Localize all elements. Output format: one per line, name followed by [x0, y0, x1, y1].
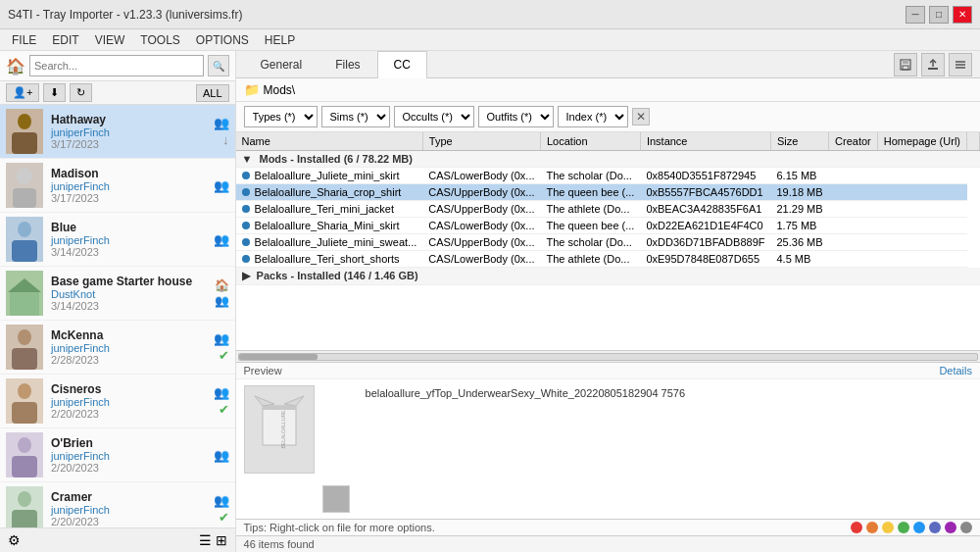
- menu-bar: FILE EDIT VIEW TOOLS OPTIONS HELP: [0, 29, 980, 51]
- color-dot-yellow[interactable]: [882, 522, 894, 533]
- menu-action-button[interactable]: [949, 53, 972, 76]
- menu-help[interactable]: HELP: [257, 31, 303, 49]
- file-instance-cell: 0xBEAC3A428835F6A1: [640, 201, 770, 218]
- file-instance-cell: 0xE95D7848E087D655: [640, 251, 770, 268]
- close-button[interactable]: ✕: [953, 6, 972, 24]
- save-action-button[interactable]: [894, 53, 917, 76]
- avatar: [6, 378, 43, 424]
- color-dot-orange[interactable]: [866, 522, 878, 533]
- menu-file[interactable]: FILE: [4, 31, 44, 49]
- preview-header: Preview Details: [236, 363, 980, 379]
- horizontal-scrollbar[interactable]: [236, 350, 980, 362]
- svg-point-13: [18, 329, 31, 345]
- table-row[interactable]: Belaloallure_Sharia_crop_shirt CAS/Upper…: [236, 184, 980, 201]
- sim-name: Cramer: [51, 490, 214, 504]
- sim-item[interactable]: Base game Starter house DustKnot 3/14/20…: [0, 267, 235, 321]
- status-dot: [242, 222, 250, 229]
- main-layout: 🏠 🔍 👤+ ⬇ ↻ ALL: [0, 51, 980, 552]
- item-count: 46 items found: [244, 538, 315, 550]
- menu-edit[interactable]: EDIT: [44, 31, 86, 49]
- section-expand-icon[interactable]: ▶: [242, 270, 250, 281]
- sim-name: McKenna: [51, 328, 214, 342]
- tab-files[interactable]: Files: [318, 51, 376, 77]
- file-type-cell: CAS/UpperBody (0x...: [422, 201, 540, 218]
- sim-item[interactable]: Cisneros juniperFinch 2/20/2023 👥 ✔: [0, 375, 235, 428]
- sim-user: juniperFinch: [51, 126, 214, 138]
- col-homepage[interactable]: Homepage (Url): [877, 132, 966, 151]
- sim-item[interactable]: O'Brien juniperFinch 2/20/2023 👥: [0, 428, 235, 482]
- gear-icon[interactable]: ⚙: [8, 532, 21, 548]
- col-type[interactable]: Type: [422, 132, 540, 151]
- tab-cc[interactable]: CC: [377, 51, 427, 78]
- color-dot-purple[interactable]: [945, 522, 956, 533]
- col-location[interactable]: Location: [541, 132, 641, 151]
- avatar: [6, 486, 43, 527]
- minimize-button[interactable]: ─: [906, 6, 925, 24]
- all-button[interactable]: ALL: [196, 84, 229, 102]
- upload-action-button[interactable]: [921, 53, 945, 76]
- preview-details-link[interactable]: Details: [939, 365, 972, 376]
- svg-point-16: [18, 383, 31, 399]
- sim-badges: 👥 ✔: [214, 331, 229, 363]
- index-dropdown[interactable]: Index (*): [558, 106, 628, 127]
- search-input[interactable]: [29, 55, 204, 76]
- sim-badges: 👥: [214, 178, 229, 193]
- close-filters-button[interactable]: ✕: [632, 108, 650, 125]
- status-dot: [242, 205, 250, 213]
- table-row[interactable]: Belaloallure_Sharia_Mini_skirt CAS/Lower…: [236, 218, 980, 234]
- col-creator[interactable]: Creator: [829, 132, 878, 151]
- table-row[interactable]: Belaloallure_Juliete_mini_skirt CAS/Lowe…: [236, 168, 980, 184]
- color-dot-red[interactable]: [851, 522, 862, 533]
- grid-view-icon[interactable]: ⊞: [216, 532, 227, 548]
- occults-dropdown[interactable]: Occults (*): [394, 106, 474, 127]
- sim-item[interactable]: Hathaway juniperFinch 3/17/2023 👥 ↓: [0, 105, 235, 159]
- table-row[interactable]: Belaloallure_Teri_short_shorts CAS/Lower…: [236, 251, 980, 268]
- color-dot-gray[interactable]: [960, 522, 972, 533]
- table-row[interactable]: Belaloallure_Teri_mini_jacket CAS/UpperB…: [236, 201, 980, 218]
- list-view-icon[interactable]: ☰: [199, 532, 212, 548]
- refresh-button[interactable]: ↻: [70, 83, 92, 102]
- col-instance[interactable]: Instance: [640, 132, 770, 151]
- sims-dropdown[interactable]: Sims (*): [321, 106, 390, 127]
- menu-view[interactable]: VIEW: [87, 31, 133, 49]
- avatar: [6, 217, 43, 262]
- svg-point-7: [18, 222, 31, 237]
- filter-bar: 📁 Mods\: [236, 78, 980, 102]
- color-dot-blue[interactable]: [913, 522, 925, 533]
- section-expand-icon[interactable]: ▼: [242, 153, 253, 165]
- avatar: [6, 271, 43, 316]
- import-button[interactable]: ⬇: [43, 83, 66, 102]
- scrollbar-thumb[interactable]: [239, 354, 318, 360]
- sim-info: Madison juniperFinch 3/17/2023: [51, 167, 214, 204]
- sim-item[interactable]: Cramer juniperFinch 2/20/2023 👥 ✔: [0, 482, 235, 527]
- menu-options[interactable]: OPTIONS: [188, 31, 257, 49]
- sim-item[interactable]: McKenna juniperFinch 2/28/2023 👥 ✔: [0, 321, 235, 375]
- file-table: Name Type Location Instance Size Creator…: [236, 132, 980, 285]
- types-dropdown[interactable]: Types (*): [244, 106, 318, 127]
- maximize-button[interactable]: □: [929, 6, 949, 24]
- file-scroll-area[interactable]: Name Type Location Instance Size Creator…: [236, 132, 980, 350]
- search-button[interactable]: 🔍: [208, 55, 229, 76]
- sim-info: Cisneros juniperFinch 2/20/2023: [51, 382, 214, 420]
- col-size[interactable]: Size: [770, 132, 828, 151]
- sim-list: Hathaway juniperFinch 3/17/2023 👥 ↓: [0, 105, 235, 527]
- title-controls: ─ □ ✕: [906, 6, 972, 24]
- sim-item[interactable]: Madison juniperFinch 3/17/2023 👥: [0, 159, 235, 213]
- svg-rect-20: [12, 456, 37, 477]
- table-row[interactable]: Belaloallure_Juliete_mini_sweat... CAS/U…: [236, 234, 980, 251]
- sim-item[interactable]: Blue juniperFinch 3/14/2023 👥: [0, 213, 235, 267]
- scrollbar-track[interactable]: [238, 353, 978, 361]
- color-dot-indigo[interactable]: [929, 522, 941, 533]
- col-name[interactable]: Name: [236, 132, 423, 151]
- sim-date: 2/20/2023: [51, 408, 214, 420]
- sim-date: 3/17/2023: [51, 192, 214, 204]
- people-icon: 👥: [214, 385, 229, 400]
- menu-tools[interactable]: TOOLS: [132, 31, 187, 49]
- color-dot-green[interactable]: [898, 522, 909, 533]
- file-type-cell: CAS/LowerBody (0x...: [422, 251, 540, 268]
- tab-general[interactable]: General: [244, 51, 319, 77]
- file-type-cell: CAS/LowerBody (0x...: [422, 218, 540, 234]
- outfits-dropdown[interactable]: Outfits (*): [478, 106, 554, 127]
- add-sim-button[interactable]: 👤+: [6, 83, 39, 102]
- home-icon[interactable]: 🏠: [6, 57, 25, 75]
